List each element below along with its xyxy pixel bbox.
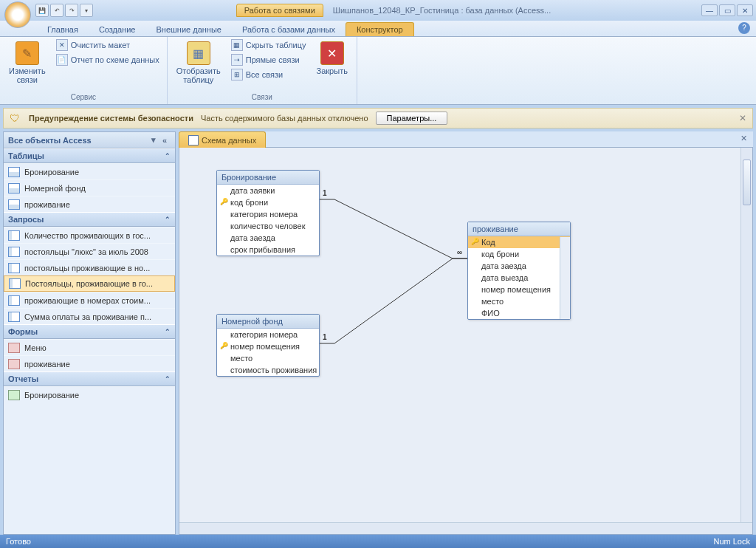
direct-rel-button[interactable]: ⇢Прямые связи: [228, 53, 309, 66]
table-field[interactable]: категория номера: [217, 208, 319, 220]
nav-item[interactable]: Меню: [4, 339, 175, 355]
table-field[interactable]: Код: [468, 236, 570, 248]
table-field[interactable]: номер помещения: [468, 284, 570, 295]
nav-item[interactable]: Количество проживающих в гос...: [4, 227, 175, 243]
minimize-button[interactable]: —: [701, 4, 718, 16]
restore-button[interactable]: ▭: [719, 4, 735, 16]
table-field[interactable]: стоимость проживания: [217, 364, 319, 376]
all-icon: ⊞: [231, 69, 243, 81]
tab-external[interactable]: Внешние данные: [146, 23, 232, 36]
clear-icon: ✕: [56, 39, 68, 51]
nav-item[interactable]: Постояльцы, проживающие в го...: [4, 275, 175, 292]
table-field[interactable]: место: [468, 295, 570, 307]
qat-save-icon[interactable]: 💾: [35, 4, 49, 17]
help-icon[interactable]: ?: [738, 22, 750, 34]
nav-item-label: Бронирование: [24, 391, 79, 400]
table-title[interactable]: Номерной фонд: [217, 315, 319, 329]
cardinality-label: 1: [321, 189, 329, 197]
navpane-dropdown-icon[interactable]: ▾: [151, 135, 156, 145]
ribbon-group-relations: Отобразить таблицу ▦Скрыть таблицу ⇢Прям…: [168, 37, 357, 104]
hide-table-button[interactable]: ▦Скрыть таблицу: [228, 38, 309, 52]
window-title: Шишпанов_12048_КР_Гостиница : база данны…: [326, 4, 558, 16]
nav-item[interactable]: Бронирование: [4, 386, 175, 403]
canvas-scrollbar-h[interactable]: [179, 522, 752, 534]
nav-section-Таблицы[interactable]: Таблицы⌃: [4, 148, 175, 163]
office-button[interactable]: [4, 1, 31, 28]
tab-design[interactable]: Конструктор: [346, 22, 414, 36]
status-right: Num Lock: [713, 537, 750, 546]
edit-relationships-button[interactable]: Изменить связи: [4, 38, 50, 87]
security-title: Предупреждение системы безопасности: [29, 114, 193, 123]
table-field[interactable]: срок прибывания: [217, 244, 319, 256]
table-box-Бронирование[interactable]: Бронированиедата заявкикод броникатегори…: [216, 170, 320, 256]
report-icon: 📄: [56, 54, 68, 66]
hide-icon: ▦: [231, 39, 243, 51]
nav-item[interactable]: Номерной фонд: [4, 179, 175, 196]
rpt-icon: [8, 390, 20, 400]
ribbon-body: Изменить связи ✕Очистить макет 📄Отчет по…: [0, 37, 756, 105]
nav-item[interactable]: Бронирование: [4, 163, 175, 179]
nav-item[interactable]: постояльцы "люкс" за июль 2008: [4, 243, 175, 259]
canvas-scrollbar-v[interactable]: [740, 148, 752, 522]
table-field[interactable]: дата выезда: [468, 272, 570, 284]
schema-report-button[interactable]: 📄Отчет по схеме данных: [53, 53, 162, 66]
table-field[interactable]: категория номера: [217, 329, 319, 340]
nav-item[interactable]: проживание: [4, 355, 175, 371]
doc-close-icon[interactable]: ✕: [735, 131, 753, 148]
group-service-label: Сервис: [4, 92, 162, 103]
cardinality-label: ∞: [456, 248, 464, 256]
nav-item[interactable]: постояльцы проживающие в но...: [4, 259, 175, 275]
table-title[interactable]: проживание: [468, 222, 570, 236]
qat-more-icon[interactable]: ▾: [80, 4, 93, 17]
relationships-canvas[interactable]: Бронированиедата заявкикод броникатегори…: [179, 148, 753, 535]
nav-item-label: постояльцы проживающие в но...: [24, 264, 150, 273]
tab-dbtools[interactable]: Работа с базами данных: [232, 23, 346, 36]
table-field[interactable]: дата заезда: [217, 232, 319, 244]
table-field[interactable]: дата заявки: [217, 185, 319, 196]
security-close-icon[interactable]: ✕: [739, 113, 746, 123]
navpane-header[interactable]: Все объекты Access ▾ «: [4, 132, 175, 148]
direct-rel-label: Прямые связи: [246, 55, 300, 64]
all-rel-button[interactable]: ⊞Все связи: [228, 68, 309, 81]
table-field[interactable]: код брони: [217, 196, 319, 208]
table-scrollbar[interactable]: [560, 237, 570, 319]
navpane-collapse-icon[interactable]: «: [159, 136, 171, 145]
doc-tab-schema[interactable]: Схема данных: [179, 131, 266, 148]
nav-item[interactable]: Сумма оплаты за проживание п...: [4, 308, 175, 324]
tab-create[interactable]: Создание: [89, 23, 146, 36]
doc-tab-label: Схема данных: [202, 136, 256, 145]
close-rel-label: Закрыть: [317, 66, 348, 75]
navpane-title: Все объекты Access: [8, 136, 92, 145]
edit-rel-label: Изменить связи: [9, 66, 46, 84]
qat-undo-icon[interactable]: ↶: [50, 4, 63, 17]
nav-item-label: Меню: [24, 343, 47, 352]
security-options-button[interactable]: Параметры...: [376, 112, 448, 125]
nav-item[interactable]: проживающие в номерах стоим...: [4, 292, 175, 308]
table-field[interactable]: код брони: [468, 248, 570, 260]
show-table-button[interactable]: Отобразить таблицу: [172, 38, 225, 87]
nav-section-Формы[interactable]: Формы⌃: [4, 324, 175, 339]
table-field[interactable]: количество человек: [217, 220, 319, 232]
document-area: Схема данных ✕ Бронированиедата заявкико…: [179, 131, 753, 535]
nav-item[interactable]: проживание: [4, 196, 175, 212]
table-box-проживание[interactable]: проживаниеКодкод бронидата заездадата вы…: [467, 222, 571, 320]
nav-section-Запросы[interactable]: Запросы⌃: [4, 212, 175, 227]
clear-layout-label: Очистить макет: [71, 41, 130, 49]
table-field[interactable]: номер помещения: [217, 340, 319, 352]
table-field[interactable]: дата заезда: [468, 260, 570, 272]
nav-section-Отчеты[interactable]: Отчеты⌃: [4, 371, 175, 386]
title-center: Работа со связями Шишпанов_12048_КР_Гост…: [93, 4, 701, 17]
context-tab-label: Работа со связями: [236, 4, 323, 17]
main-area: Все объекты Access ▾ « Таблицы⌃Бронирова…: [3, 131, 753, 535]
table-field[interactable]: ФИО: [468, 307, 570, 319]
table-field[interactable]: место: [217, 352, 319, 364]
qat-redo-icon[interactable]: ↷: [65, 4, 78, 17]
nav-item-label: Сумма оплаты за проживание п...: [24, 312, 151, 321]
clear-layout-button[interactable]: ✕Очистить макет: [53, 38, 162, 52]
schema-report-label: Отчет по схеме данных: [71, 55, 159, 64]
close-rel-button[interactable]: Закрыть: [312, 38, 352, 78]
tab-home[interactable]: Главная: [37, 23, 89, 36]
close-button[interactable]: ✕: [737, 4, 753, 16]
table-title[interactable]: Бронирование: [217, 171, 319, 185]
table-box-Номерной фонд[interactable]: Номерной фондкатегория номераномер помещ…: [216, 314, 320, 377]
